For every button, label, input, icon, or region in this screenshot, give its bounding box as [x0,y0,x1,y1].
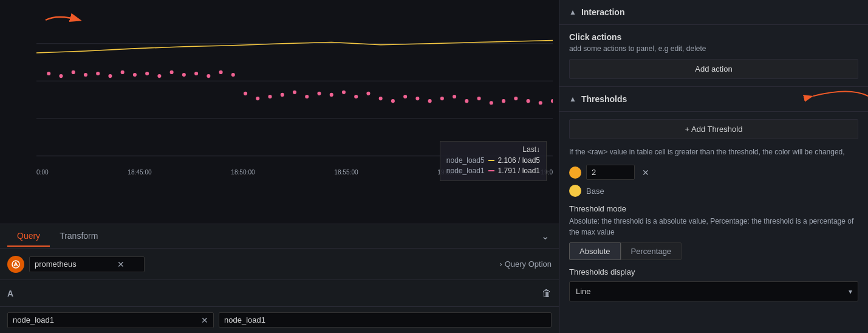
svg-point-44 [490,101,493,105]
svg-point-10 [72,70,75,74]
chart-area: 2 / load5 0 -2 / load1 -4 / load1 [0,0,559,224]
threshold-mode-desc: Absolute: the threshold is a absolute va… [569,216,858,238]
click-actions-title: Click actions [569,32,858,42]
threshold-description: If the <raw> value in table cell is grea… [569,146,858,157]
thresholds-section-title: Thresholds [581,94,627,104]
metric-input-2[interactable] [224,315,546,324]
svg-point-29 [305,95,309,98]
legend-label-load1: node_load1 [446,166,485,175]
svg-point-32 [342,91,346,94]
svg-point-20 [194,72,198,75]
svg-point-22 [219,70,223,74]
mode-absolute-button[interactable]: Absolute [569,242,621,260]
svg-point-30 [317,92,321,95]
svg-point-37 [403,95,407,98]
thresholds-display-select[interactable]: Line Area Line + Area [569,281,858,301]
metric-input-1[interactable] [13,315,197,324]
svg-point-46 [514,97,518,100]
svg-point-47 [526,99,530,103]
svg-point-18 [170,70,174,74]
svg-point-45 [502,99,505,103]
threshold-color-indicator[interactable] [569,166,581,179]
metric-input-2-wrap [219,312,552,328]
thresholds-section-body: + Add Threshold If the <raw> value in ta… [559,112,868,309]
svg-point-14 [121,70,125,74]
svg-point-42 [465,99,468,103]
interaction-chevron-icon: ▲ [569,8,576,16]
query-label-a: A [7,289,17,298]
threshold-base-row: Base [569,185,858,197]
svg-point-25 [256,97,259,100]
interaction-section-title: Interaction [581,7,625,17]
chart-panel: 2 / load5 0 -2 / load1 -4 / load1 [0,0,559,333]
svg-point-48 [539,101,542,105]
svg-point-24 [244,92,247,95]
legend-color-load1 [488,170,494,171]
tab-query[interactable]: Query [7,226,50,247]
chart-legend: Last↓ node_load5 2.106 / load5 node_load… [440,141,547,181]
legend-header: Last↓ [446,145,540,154]
legend-value-load5: 2.106 / load5 [498,156,540,165]
svg-point-31 [330,93,333,97]
threshold-row-value: ✕ [569,165,858,180]
add-action-button[interactable]: Add action [569,59,858,79]
tabs-left: Query Transform [7,226,108,247]
svg-point-36 [391,99,395,103]
svg-text:18:50:00: 18:50:00 [231,169,255,176]
svg-point-11 [84,73,87,77]
interaction-section-header[interactable]: ▲ Interaction [559,0,868,25]
legend-color-load5 [488,160,494,161]
svg-point-49 [551,99,553,103]
tab-transform[interactable]: Transform [50,226,108,247]
mode-buttons: Absolute Percentage [569,242,858,260]
svg-text:18:55:00: 18:55:00 [334,169,358,176]
datasource-clear-btn[interactable]: ✕ [117,259,125,269]
thresholds-chevron-icon: ▲ [569,95,576,103]
interaction-section-body: Click actions add some actions to panel,… [559,25,868,86]
thresholds-arrow-annotation [801,84,868,108]
thresholds-section-header[interactable]: ▲ Thresholds [559,87,868,112]
svg-point-23 [231,73,235,77]
svg-text:18:45:00: 18:45:00 [128,169,152,176]
add-threshold-button[interactable]: + Add Threshold [569,119,858,139]
tab-chevron[interactable]: ⌄ [539,228,552,244]
query-option-button[interactable]: › Query Option [499,259,552,269]
svg-text:18:40:00: 18:40:00 [36,169,49,176]
threshold-remove-button[interactable]: ✕ [640,168,652,177]
svg-point-9 [59,74,63,78]
legend-value-load1: 1.791 / load1 [498,166,540,175]
svg-point-33 [354,95,358,98]
svg-point-34 [366,92,370,95]
svg-point-35 [379,97,383,100]
svg-point-21 [207,74,210,78]
legend-label-load5: node_load5 [446,156,485,165]
metric-input-1-clear[interactable]: ✕ [201,315,208,325]
thresholds-display-section: Thresholds display Line Area Line + Area… [569,267,858,301]
prometheus-icon[interactable] [7,256,24,273]
svg-point-41 [453,95,456,98]
svg-point-16 [145,72,149,75]
base-color-indicator[interactable] [569,185,581,197]
query-row-a: A 🗑 [0,280,559,306]
legend-row-load1: node_load1 1.791 / load1 [446,166,540,175]
threshold-value-input[interactable] [586,165,635,180]
svg-point-38 [415,97,419,100]
query-delete-btn[interactable]: 🗑 [542,288,552,299]
mode-percentage-button[interactable]: Percentage [621,242,682,260]
legend-row-load5: node_load5 2.106 / load5 [446,156,540,165]
svg-point-40 [440,97,444,100]
svg-point-43 [477,97,481,100]
threshold-mode-section: Threshold mode Absolute: the threshold i… [569,204,858,260]
datasource-input[interactable] [35,259,114,269]
query-option-arrow: › [499,259,502,269]
datasource-input-wrap: ✕ [29,256,145,272]
thresholds-display-title: Thresholds display [569,267,858,276]
svg-point-39 [428,99,432,103]
right-panel: ▲ Interaction Click actions add some act… [559,0,868,333]
query-bar: ✕ › Query Option [0,248,559,280]
svg-point-19 [182,73,186,77]
svg-point-12 [96,72,100,75]
click-actions-desc: add some actions to panel, e.g edit, del… [569,44,858,53]
query-option-label: Query Option [505,259,552,269]
svg-point-26 [268,95,272,98]
